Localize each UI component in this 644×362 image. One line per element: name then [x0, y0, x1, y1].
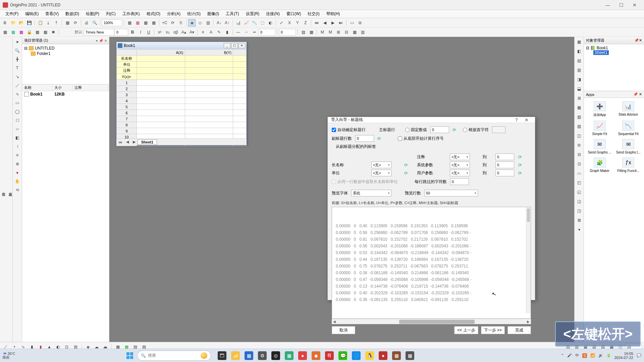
menu-edit[interactable]: 编辑(E) — [22, 10, 42, 17]
rt-7-icon[interactable]: ⊞ — [576, 95, 583, 102]
print-preview-icon[interactable]: 🔍 — [91, 19, 98, 26]
tb-files-icon[interactable]: 📁 — [231, 351, 240, 360]
fill-color-icon[interactable]: ▮ — [223, 28, 231, 36]
align-left-icon[interactable]: ≡ — [199, 28, 207, 36]
rt-6-icon[interactable]: ⬓ — [576, 85, 583, 93]
chart2-icon[interactable]: 📈 — [243, 19, 250, 26]
sub-header-rows-input[interactable] — [355, 135, 374, 142]
menu-social[interactable]: 社交(I) — [304, 10, 323, 17]
new-workbook-icon[interactable]: ▦ — [126, 19, 133, 26]
sheet-nav-prev-icon[interactable]: ◀ — [124, 140, 131, 144]
save-icon[interactable]: 💾 — [25, 19, 33, 26]
preview-hscrollbar[interactable]: ◀ ▶ — [332, 319, 531, 324]
preview-vscrollbar[interactable] — [526, 207, 531, 313]
sheet-nav-first-icon[interactable]: ⏮ — [116, 140, 124, 144]
xyz-z-icon[interactable]: Z — [302, 19, 309, 26]
rect-tool-icon[interactable]: ▭ — [14, 99, 21, 107]
tb-app7-icon[interactable]: ▦ — [406, 351, 414, 360]
color-icon[interactable]: ▦ — [17, 28, 25, 36]
tb-calc-icon[interactable]: ▦ — [285, 351, 293, 360]
menu-image[interactable]: 图像(I) — [204, 10, 222, 17]
fill-icon[interactable]: ▦ — [9, 28, 17, 36]
preview-font-combo[interactable]: 系统 — [351, 190, 391, 196]
font-size-combo[interactable]: 0 — [115, 29, 128, 36]
zoom-combo[interactable]: 100% — [102, 19, 122, 26]
m6-icon[interactable]: ▥ — [359, 28, 366, 36]
back-button[interactable]: << 上一步 — [454, 326, 478, 334]
pattern-icon[interactable]: ▨ — [300, 28, 307, 36]
new-graph-icon[interactable]: ▦ — [142, 19, 149, 26]
new-wb-icon[interactable]: ▦ — [1, 28, 9, 36]
om-pin-icon[interactable]: 📌 — [634, 38, 639, 42]
pe-list-item[interactable]: Book1 12KB — [22, 91, 109, 97]
line-tool-icon[interactable]: ／ — [14, 82, 21, 89]
nav-next-icon[interactable]: ▶ — [329, 19, 336, 26]
pointer-icon[interactable]: ➤ — [14, 38, 21, 46]
menu-preferences[interactable]: 设置(R) — [243, 10, 263, 17]
sys-param-combo[interactable]: <无> — [450, 162, 470, 168]
refresh-icon-4[interactable]: ⟳ — [404, 163, 414, 168]
mask-tool-icon[interactable]: ● — [14, 169, 21, 176]
worksheet-grid[interactable]: A(X)B(Y) 长名称 单位 注释 F(x)= 1 2 3 4 5 6 7 8… — [116, 49, 247, 146]
weather-widget[interactable]: ☔ 26°C 阵雨 — [3, 352, 15, 359]
finish-button[interactable]: 完成 — [507, 326, 531, 334]
pe-auto-hide-icon[interactable]: 📌 — [99, 39, 103, 43]
om-close-icon[interactable]: ✕ — [639, 38, 642, 42]
rt-2-icon[interactable]: ◧ — [576, 48, 583, 55]
arrow-tool-icon[interactable]: ↘ — [14, 73, 21, 80]
nav-first-icon[interactable]: ⏮ — [313, 19, 320, 26]
apps-pin-icon[interactable]: 📌 — [633, 92, 638, 96]
app-item[interactable]: 📈Simple Fit — [586, 121, 613, 136]
comment-combo[interactable]: <无> — [450, 154, 470, 160]
rt-10-icon[interactable]: ▨ — [576, 123, 583, 130]
tb-explorer-icon[interactable]: 🗔 — [218, 351, 226, 360]
dialog-close-button[interactable]: ✕ — [522, 117, 532, 123]
tb-wechat-icon[interactable]: 💬 — [338, 351, 347, 360]
app-item[interactable]: ƒxFitting Functi... — [615, 158, 642, 173]
pe-col-comment[interactable]: 注释 — [72, 84, 109, 91]
workbook-window[interactable]: Book1 _ ☐ ✕ A(X)B(Y) 长名称 单位 注释 F(x)= 1 2… — [116, 42, 247, 145]
refresh-icon-7[interactable]: ⟳ — [518, 171, 528, 176]
refresh-icon[interactable]: ⟳ — [169, 19, 176, 26]
line-color-icon[interactable]: ✎ — [215, 28, 223, 36]
lock-icon[interactable]: 🔒 — [25, 28, 33, 36]
bracket-tool-icon[interactable]: ⟮ — [14, 143, 21, 150]
align-tool-icon[interactable]: ≡ — [14, 152, 21, 159]
hscroll-right-icon[interactable]: ▶ — [526, 320, 531, 323]
refresh-icon-1[interactable]: ⟳ — [452, 127, 456, 132]
data-reader-icon[interactable]: ◈ — [188, 19, 196, 26]
tb-settings-icon[interactable]: ⚙ — [258, 351, 267, 360]
chart5-icon[interactable]: ◐ — [267, 19, 274, 26]
batch-icon[interactable]: ▦ — [64, 19, 71, 26]
unit-combo[interactable]: <无> — [371, 170, 391, 176]
menu-analysis[interactable]: 分析(A) — [164, 10, 184, 17]
tray-mic-icon[interactable]: 🎤 — [567, 353, 572, 358]
rotate-tool-icon[interactable]: ⟲ — [14, 186, 21, 194]
wb-minimize-button[interactable]: _ — [224, 43, 230, 48]
pe-col-name[interactable]: 名称 — [22, 84, 52, 91]
app-item[interactable]: 📉Sequential Fit — [615, 121, 642, 136]
om-sheet-node[interactable]: Sheet1 — [593, 50, 609, 55]
font-combo[interactable]: Times New — [84, 29, 114, 36]
italic-icon[interactable]: I — [137, 28, 144, 36]
export-icon[interactable]: ⭱ — [53, 19, 60, 26]
rt-13-icon[interactable]: ⊟ — [576, 151, 583, 158]
sheet-nav-next-icon[interactable]: ▶ — [131, 140, 138, 144]
apps-close-icon[interactable]: ✕ — [639, 92, 642, 96]
maximize-button[interactable]: ☐ — [614, 0, 628, 10]
fixed-value-radio[interactable]: 固定数值 — [405, 127, 427, 133]
refresh-icon-5[interactable]: ⟳ — [518, 163, 528, 168]
greek-icon[interactable]: αβ — [172, 28, 179, 36]
chart1-icon[interactable]: 📊 — [234, 19, 242, 26]
long-name-combo[interactable]: <无> — [371, 162, 391, 168]
om-book-node[interactable]: ⊟ 📗 Book1 — [586, 46, 642, 50]
menu-format[interactable]: 格式(O) — [143, 10, 164, 17]
menu-plot[interactable]: 绘图(P) — [83, 10, 103, 17]
tb-origin-icon[interactable]: ▦ — [392, 351, 401, 360]
tray-sogou-icon[interactable]: S — [582, 353, 587, 358]
rt-4-icon[interactable]: ▥ — [576, 66, 583, 74]
new-layout-icon[interactable]: ▦ — [150, 19, 157, 26]
increase-font-icon[interactable]: A▴ — [180, 28, 187, 36]
tb-app1-icon[interactable]: ◎ — [271, 351, 280, 360]
menu-stats[interactable]: 统计(S) — [184, 10, 204, 17]
